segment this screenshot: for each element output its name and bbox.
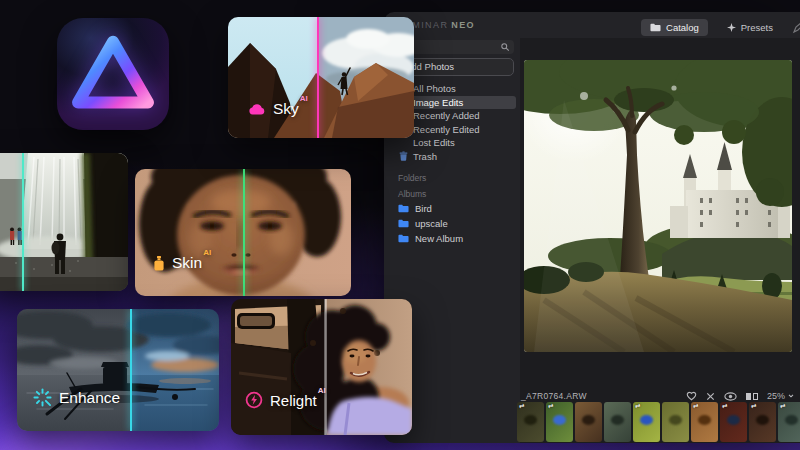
viewer-tool-icons: 25% xyxy=(686,391,794,401)
filmstrip-thumbnail[interactable]: ⇄ xyxy=(778,402,800,442)
catalog-tab-label: Catalog xyxy=(666,22,699,33)
sidebar-item-label: Recently Edited xyxy=(413,124,480,135)
enhance-before-after-divider[interactable] xyxy=(130,309,132,431)
edited-badge: ⇄ xyxy=(780,402,785,410)
luminar-neo-window: LUMINARNEO Catalog Presets Add Photos Al… xyxy=(384,12,800,443)
sidebar-item-label: Recently Added xyxy=(413,110,480,121)
albums-section-header[interactable]: Albums xyxy=(398,189,426,199)
bird-shape xyxy=(669,415,682,425)
photo-viewer: _A7R0764.ARW 25% ⇄ ⇄ ⇄ ⇄ ⇄ ⇄ xyxy=(520,38,800,443)
sky-before-after-divider[interactable] xyxy=(317,17,319,138)
sidebar-item-label: Image Edits xyxy=(413,97,463,108)
luminar-neo-app-icon[interactable] xyxy=(57,18,169,130)
zoom-level: 25% xyxy=(767,391,785,401)
heart-icon[interactable] xyxy=(686,391,697,401)
sky-card-label: SkyAI xyxy=(248,100,308,118)
main-photo-castle[interactable] xyxy=(524,60,792,352)
sky-ai-feature-card[interactable]: SkyAI xyxy=(228,17,414,138)
enhance-label-text: Enhance xyxy=(59,389,120,407)
album-label: New Album xyxy=(415,233,463,244)
bird-shape xyxy=(553,415,566,425)
bird-shape xyxy=(698,415,711,425)
chevron-down-icon xyxy=(788,394,794,398)
sidebar-item-label: All Photos xyxy=(413,83,456,94)
album-item-new-album[interactable]: New Album xyxy=(398,232,463,245)
filmstrip-thumbnail[interactable]: ⇄ xyxy=(691,402,718,442)
castle-photo-rendering xyxy=(524,60,792,352)
relight-before-after-divider[interactable] xyxy=(325,299,327,435)
trash-icon-wrap xyxy=(398,151,408,161)
relight-label-text: RelightAI xyxy=(270,392,326,409)
viewer-toolbar: _A7R0764.ARW 25% xyxy=(521,389,794,403)
sidebar-item-lost-edits[interactable]: Lost Edits xyxy=(392,136,516,150)
magnifier-icon xyxy=(501,43,510,52)
waterfall-scene xyxy=(0,153,128,291)
folders-section-header[interactable]: Folders xyxy=(398,173,426,183)
presets-tab-label: Presets xyxy=(741,22,773,33)
car-portrait-scene xyxy=(231,299,412,435)
edited-badge: ⇄ xyxy=(548,402,553,410)
presets-tab[interactable]: Presets xyxy=(718,19,782,36)
filmstrip-thumbnail[interactable]: ⇄ xyxy=(517,402,544,442)
folder-icon xyxy=(650,23,661,32)
relight-card-label: RelightAI xyxy=(245,391,326,409)
sky-label-text: SkyAI xyxy=(273,100,308,118)
filmstrip-thumbnail[interactable]: ⇄ xyxy=(633,402,660,442)
sky-card-scene xyxy=(228,17,414,138)
waterfall-card[interactable] xyxy=(0,153,128,291)
brand-neo: NEO xyxy=(451,20,475,30)
filmstrip-thumbnail[interactable]: ⇄ xyxy=(749,402,776,442)
filmstrip-thumbnail[interactable]: ⇄ xyxy=(604,402,631,442)
x-reject-icon[interactable] xyxy=(706,392,715,401)
cloud-icon xyxy=(248,103,266,115)
bird-shape xyxy=(611,415,624,425)
sparkle-icon xyxy=(727,23,736,32)
penrose-triangle-logo xyxy=(67,28,159,120)
sidebar-item-label: Lost Edits xyxy=(413,137,455,148)
blue-folder-icon xyxy=(398,234,409,243)
zoom-control[interactable]: 25% xyxy=(767,391,794,401)
album-label: Bird xyxy=(415,203,432,214)
waterfall-before-after-divider[interactable] xyxy=(22,153,24,291)
edited-badge: ⇄ xyxy=(722,402,727,410)
filmstrip-thumbnail[interactable]: ⇄ xyxy=(662,402,689,442)
relight-ai-feature-card[interactable]: RelightAI xyxy=(231,299,412,435)
eye-icon[interactable] xyxy=(724,392,737,401)
filmstrip-thumbnail[interactable]: ⇄ xyxy=(546,402,573,442)
compare-squares-icon[interactable] xyxy=(746,393,758,400)
edited-badge: ⇄ xyxy=(693,402,698,410)
filmstrip-thumbnail[interactable]: ⇄ xyxy=(720,402,747,442)
sparkle-burst-icon xyxy=(33,388,52,407)
blue-folder-icon xyxy=(398,219,409,228)
sidebar-item-trash[interactable]: Trash xyxy=(392,150,516,164)
edit-partial-icon[interactable] xyxy=(792,22,800,34)
bird-shape xyxy=(756,415,769,425)
bolt-circle-icon xyxy=(245,391,263,409)
skin-ai-feature-card[interactable]: SkinAI xyxy=(135,169,351,296)
skin-before-after-divider[interactable] xyxy=(243,169,245,296)
edited-badge: ⇄ xyxy=(635,402,640,410)
topbar: Catalog Presets xyxy=(641,19,796,36)
skin-label-text: SkinAI xyxy=(172,254,211,272)
album-label: upscale xyxy=(415,218,448,229)
filmstrip: ⇄ ⇄ ⇄ ⇄ ⇄ ⇄ ⇄ ⇄ ⇄ ⇄ xyxy=(517,402,800,442)
trash-icon xyxy=(399,151,408,161)
ai-superscript: AI xyxy=(203,248,211,257)
boat-lake-scene xyxy=(17,309,219,431)
sidebar-item-label: Trash xyxy=(413,151,437,162)
bird-shape xyxy=(727,415,740,425)
ai-superscript: AI xyxy=(300,94,308,103)
bird-shape xyxy=(785,415,798,425)
edited-badge: ⇄ xyxy=(519,402,524,410)
album-item-upscale[interactable]: upscale xyxy=(398,217,448,230)
edited-badge: ⇄ xyxy=(751,402,756,410)
bird-shape xyxy=(524,415,537,425)
bottle-icon xyxy=(153,256,165,271)
blue-folder-icon xyxy=(398,204,409,213)
enhance-feature-card[interactable]: Enhance xyxy=(17,309,219,431)
photo-filename: _A7R0764.ARW xyxy=(521,391,587,401)
filmstrip-thumbnail[interactable]: ⇄ xyxy=(575,402,602,442)
album-item-bird[interactable]: Bird xyxy=(398,202,432,215)
promo-canvas: LUMINARNEO Catalog Presets Add Photos Al… xyxy=(0,0,800,450)
catalog-tab[interactable]: Catalog xyxy=(641,19,708,36)
